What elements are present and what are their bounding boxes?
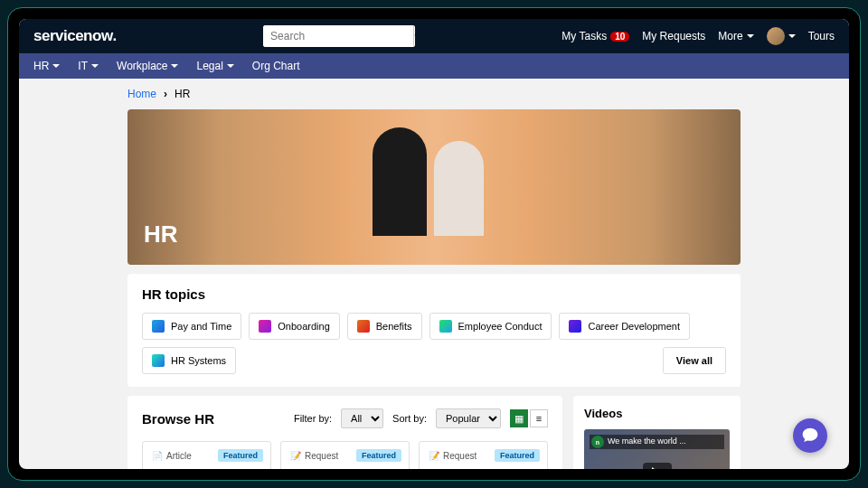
topic-pay-and-time[interactable]: Pay and Time — [142, 313, 241, 340]
topic-career-development[interactable]: Career Development — [559, 313, 690, 340]
avatar — [767, 27, 785, 45]
card-title[interactable]: Employee Anti-Harassment Policy — [152, 468, 261, 469]
nav-legal[interactable]: Legal — [196, 60, 233, 72]
filter-label: Filter by: — [294, 413, 332, 424]
pay-icon — [152, 320, 165, 333]
featured-badge: Featured — [495, 449, 540, 462]
video-source-icon: n — [591, 436, 604, 448]
chat-fab[interactable] — [793, 418, 827, 453]
tours-link[interactable]: Tours — [808, 30, 835, 42]
video-thumbnail[interactable]: n We make the world ... — [584, 429, 730, 469]
featured-badge: Featured — [218, 449, 263, 462]
request-icon: 📝 — [290, 451, 301, 461]
chevron-down-icon — [747, 34, 754, 42]
sort-label: Sort by: — [392, 413, 427, 424]
brand-logo: servicenow. — [33, 27, 117, 45]
featured-badge: Featured — [356, 449, 401, 462]
topic-benefits[interactable]: Benefits — [347, 313, 422, 340]
my-tasks-link[interactable]: My Tasks10 — [561, 30, 629, 42]
topic-hr-systems[interactable]: HR Systems — [142, 347, 236, 374]
video-title: We make the world ... — [608, 436, 686, 446]
videos-heading: Videos — [584, 407, 730, 420]
topics-section: HR topics Pay and Time Onboarding Benefi… — [127, 274, 741, 387]
chevron-right-icon: › — [164, 88, 167, 100]
chevron-down-icon — [227, 64, 234, 71]
luggage-icon — [429, 466, 448, 469]
user-menu[interactable] — [767, 27, 796, 45]
search-input[interactable] — [263, 25, 413, 47]
grid-view-button[interactable]: ▦ — [510, 409, 528, 427]
systems-icon — [152, 354, 165, 367]
breadcrumb: Home › HR — [127, 79, 741, 109]
nav-workplace[interactable]: Workplace — [117, 60, 178, 72]
chat-icon — [801, 427, 819, 445]
conduct-icon — [439, 320, 452, 333]
topic-employee-conduct[interactable]: Employee Conduct — [429, 313, 552, 340]
main-nav: HR IT Workplace Legal Org Chart — [19, 53, 849, 79]
more-menu[interactable]: More — [718, 30, 753, 42]
card-title[interactable]: Request Leave of Absence — [457, 468, 538, 469]
play-icon — [643, 463, 672, 470]
chevron-down-icon — [52, 64, 60, 71]
list-view-button[interactable]: ≡ — [530, 409, 548, 427]
top-bar: servicenow. My Tasks10 My Requests More … — [19, 19, 849, 53]
card-request[interactable]: Featured 📝Request New Hire Onboarding Ki… — [280, 441, 410, 469]
hero-banner: HR — [127, 109, 741, 265]
browse-section: Browse HR Filter by: All Sort by: Popula… — [127, 396, 562, 469]
article-icon: 📄 — [152, 451, 163, 461]
search-box — [263, 25, 415, 47]
topic-onboarding[interactable]: Onboarding — [249, 313, 340, 340]
filter-select[interactable]: All — [341, 408, 383, 428]
chevron-down-icon — [171, 64, 178, 71]
browse-heading: Browse HR — [142, 411, 285, 427]
breadcrumb-current: HR — [175, 88, 190, 100]
videos-section: Videos n We make the world ... — [573, 396, 741, 469]
tasks-badge: 10 — [610, 32, 629, 42]
view-all-button[interactable]: View all — [663, 347, 726, 374]
benefits-icon — [357, 320, 370, 333]
card-request[interactable]: Featured 📝Request Request Leave of Absen… — [419, 441, 548, 469]
career-icon — [569, 320, 581, 333]
nav-orgchart[interactable]: Org Chart — [252, 60, 300, 72]
my-requests-link[interactable]: My Requests — [642, 30, 705, 42]
nav-it[interactable]: IT — [78, 60, 99, 72]
breadcrumb-home[interactable]: Home — [127, 88, 156, 100]
card-article[interactable]: Featured 📄Article Employee Anti-Harassme… — [142, 441, 271, 469]
card-title[interactable]: New Hire Onboarding — [290, 468, 400, 469]
nav-hr[interactable]: HR — [33, 60, 60, 72]
sort-select[interactable]: Popular — [436, 408, 501, 428]
request-icon: 📝 — [429, 451, 439, 461]
onboarding-icon — [259, 320, 271, 333]
page-title: HR — [144, 221, 178, 249]
topics-heading: HR topics — [142, 286, 726, 302]
chevron-down-icon — [91, 64, 99, 71]
search-button[interactable] — [413, 25, 415, 47]
chevron-down-icon — [788, 34, 796, 42]
